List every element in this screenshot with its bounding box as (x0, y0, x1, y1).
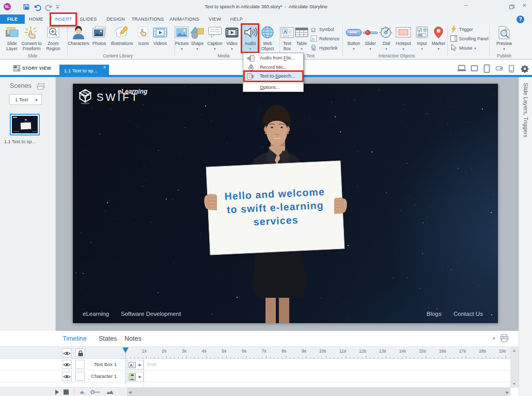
svg-text:fx: fx (312, 37, 315, 41)
svg-text:Ω: Ω (311, 26, 316, 33)
svg-text:12s: 12s (359, 348, 366, 354)
svg-text:3s: 3s (182, 348, 186, 354)
svg-text:9s: 9s (302, 348, 306, 354)
svg-text:16s: 16s (439, 348, 446, 354)
svg-text:10s: 10s (319, 348, 326, 354)
svg-text:14s: 14s (399, 348, 406, 354)
svg-text:18s: 18s (479, 348, 486, 354)
svg-text:7s: 7s (262, 348, 267, 354)
svg-text:eLearning: eLearning (118, 88, 148, 95)
svg-text:5s: 5s (222, 348, 226, 354)
svg-text:8s: 8s (281, 348, 286, 354)
svg-text:services: services (253, 214, 299, 227)
svg-text:4s: 4s (202, 348, 207, 354)
svg-text:11s: 11s (339, 348, 346, 354)
svg-text:13s: 13s (379, 348, 386, 354)
svg-text:1s: 1s (142, 348, 147, 354)
svg-text:6s: 6s (242, 348, 246, 354)
svg-text:17s: 17s (459, 348, 466, 354)
svg-text:2s: 2s (162, 348, 166, 354)
svg-text:19s: 19s (499, 348, 506, 354)
svg-text:15s: 15s (419, 348, 426, 354)
svg-text:A: A (284, 29, 287, 34)
